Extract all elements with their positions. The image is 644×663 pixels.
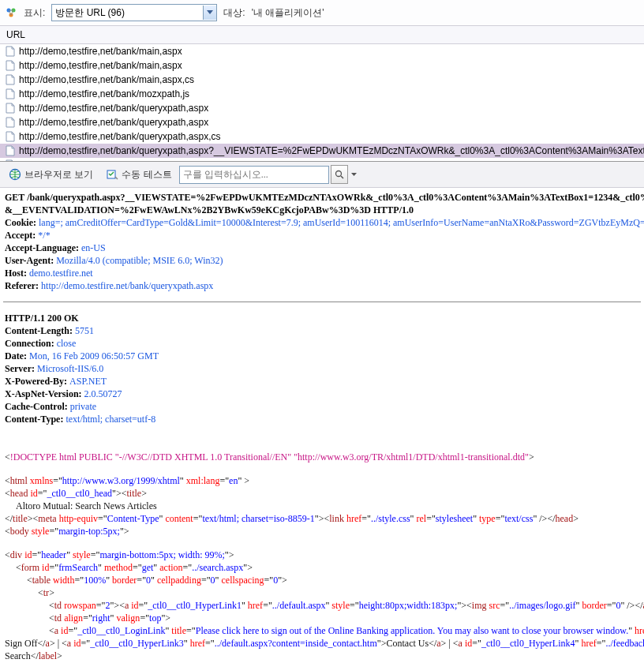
display-label: 표시: — [24, 6, 45, 20]
target-value: '내 애플리케이션' — [252, 6, 324, 20]
url-row[interactable]: http://demo,testfire,net/bank/queryxpath… — [0, 115, 644, 129]
request-first-line-2: &__EVENTVALIDATION=%2FwEWAwLNx%2B2YBwKw5… — [5, 204, 639, 216]
manual-test-button[interactable]: 수동 테스트 — [100, 166, 177, 184]
view-dropdown-value: 방문한 URL (96) — [55, 6, 125, 20]
url-column-header[interactable]: URL — [0, 26, 644, 44]
res-hdr-contenttype: Content-Type: text/html; charset=utf-8 — [5, 413, 639, 425]
url-link[interactable]: http://demo,testfire,net/bank/main,aspx — [19, 45, 182, 58]
action-toolbar: 브라우저로 보기 수동 테스트 — [0, 162, 644, 188]
globe-icon — [9, 168, 21, 181]
svg-point-5 — [335, 171, 341, 177]
req-hdr-cookie: Cookie: lang=; amCreditOffer=CardType=Go… — [5, 216, 639, 229]
response-body: <!DOCTYPE html PUBLIC "-//W3C//DTD XHTML… — [0, 451, 644, 663]
chevron-down-icon — [203, 6, 216, 20]
req-hdr-host: Host: demo.testfire.net — [5, 267, 639, 279]
chevron-down-icon[interactable] — [348, 168, 361, 181]
url-row[interactable]: http://demo,testfire,net/bank/main,aspx — [0, 44, 644, 58]
url-row[interactable]: http://demo,testfire,net/bank/main,aspx,… — [0, 73, 644, 87]
manual-test-label: 수동 테스트 — [122, 168, 171, 182]
target-label: 대상: — [223, 6, 245, 20]
req-hdr-accept: Accept: */* — [5, 229, 639, 242]
response-panel: HTTP/1.1 200 OK Content-Length: 5751 Con… — [0, 309, 644, 429]
request-panel: GET /bank/queryxpath.aspx?__VIEWSTATE=%2… — [0, 188, 644, 295]
res-hdr-content-length: Content-Length: 5751 — [5, 324, 639, 337]
url-link[interactable]: http://demo,testfire,net/bank/queryxpath… — [19, 144, 644, 157]
request-first-line: GET /bank/queryxpath.aspx?__VIEWSTATE=%2… — [5, 191, 639, 204]
search-button[interactable] — [331, 165, 348, 184]
url-link[interactable]: http://demo,testfire,net/bank/queryxpath… — [19, 102, 208, 114]
res-hdr-date: Date: Mon, 16 Feb 2009 06:50:57 GMT — [5, 350, 639, 362]
res-hdr-xpoweredby: X-Powered-By: ASP.NET — [5, 375, 639, 388]
url-row[interactable]: http://demo,testfire,net/bank/queryxpath… — [0, 144, 644, 158]
search-input[interactable] — [179, 166, 329, 184]
app-icon — [5, 6, 17, 19]
url-row[interactable]: http://demo,testfire,net/bank/main,aspx — [0, 58, 644, 73]
url-row[interactable]: http://demo,testfire,net/bank/mozxpath,j… — [0, 87, 644, 101]
view-dropdown[interactable]: 방문한 URL (96) — [51, 4, 217, 21]
header-toolbar: 표시: 방문한 URL (96) 대상: '내 애플리케이션' — [0, 0, 644, 26]
search-icon — [335, 170, 344, 179]
res-hdr-cachecontrol: Cache-Control: private — [5, 400, 639, 413]
response-status: HTTP/1.1 200 OK — [5, 312, 639, 324]
req-hdr-accept-lang: Accept-Language: en-US — [5, 242, 639, 254]
manual-test-icon — [106, 168, 118, 181]
req-hdr-referer: Referer: http://demo.testfire.net/bank/q… — [5, 279, 639, 292]
url-link[interactable]: http://demo,testfire,net/bank/queryxpath… — [19, 116, 208, 129]
url-list[interactable]: http://demo,testfire,net/bank/main,aspxh… — [0, 44, 644, 162]
url-link[interactable]: http://demo,testfire,net/bank/main,aspx,… — [19, 73, 194, 86]
url-row[interactable]: http://demo,testfire,net/bank/queryxpath… — [0, 129, 644, 144]
browser-view-label: 브라우저로 보기 — [24, 168, 93, 182]
url-link[interactable]: http://demo,testfire,net/bank/mozxpath,j… — [19, 88, 189, 100]
url-link[interactable]: http://demo,testfire,net/bank/queryxpath… — [19, 130, 220, 143]
res-hdr-xaspnet: X-AspNet-Version: 2.0.50727 — [5, 388, 639, 400]
url-row[interactable]: http://demo,testfire,net/bank/queryxpath… — [0, 101, 644, 115]
req-hdr-user-agent: User-Agent: Mozilla/4.0 (compatible; MSI… — [5, 254, 639, 267]
divider — [3, 302, 641, 302]
browser-view-button[interactable]: 브라우저로 보기 — [3, 166, 99, 184]
url-link[interactable]: http://demo,testfire,net/bank/main,aspx — [19, 59, 182, 72]
res-hdr-server: Server: Microsoft-IIS/6.0 — [5, 362, 639, 375]
res-hdr-connection: Connection: close — [5, 337, 639, 350]
